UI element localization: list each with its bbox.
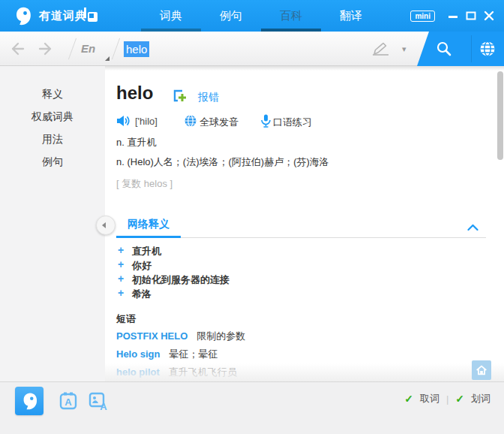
search-query-selected-text: helo <box>124 41 149 57</box>
phrase-term-link[interactable]: POSTFIX HELO <box>116 330 188 342</box>
web-definitions-section-title[interactable]: 网络释义 <box>128 218 170 231</box>
titlebar: 有道词典 词典 例句 百科 翻译 mini <box>0 0 504 32</box>
sidebar-item-usage[interactable]: 用法 <box>0 128 105 150</box>
capture-word-check-icon[interactable]: ✓ <box>404 393 413 405</box>
phrase-meaning: 直升飞机飞行员 <box>169 366 237 379</box>
app-title: 有道词典 <box>39 0 87 32</box>
web-definition-text: 希洛 <box>132 288 152 301</box>
youdao-dict-window: 有道词典 词典 例句 百科 翻译 mini <box>0 0 504 434</box>
youdao-home-button[interactable] <box>15 387 44 415</box>
back-to-top-home-button[interactable] <box>472 360 491 380</box>
global-pronunciation-globe-icon[interactable] <box>184 115 196 130</box>
phrase-meaning: 晕征；晕征 <box>170 348 218 361</box>
definition-line: n. 直升机 <box>116 136 156 149</box>
phrase-term-link[interactable]: Helo sign <box>116 348 160 360</box>
phrase-row: POSTFIX HELO 限制的参数 <box>116 330 245 343</box>
plural-form-note: [ 复数 helos ] <box>116 177 172 191</box>
divider: | <box>446 393 448 405</box>
web-definition-text: 初始化到服务器的连接 <box>132 273 230 287</box>
tab-examples[interactable]: 例句 <box>201 0 261 32</box>
tab-examples-label: 例句 <box>220 9 242 22</box>
handwriting-icon[interactable] <box>370 41 391 60</box>
search-toolbar: En helo ▾ <box>0 32 504 66</box>
phrase-row: helo pilot 直升飞机飞行员 <box>116 366 237 379</box>
letter-a-glyph: A <box>100 401 107 411</box>
wordbook-ocr-icon[interactable]: A <box>58 391 78 411</box>
minimize-button[interactable] <box>444 7 462 25</box>
web-definition-text: 你好 <box>132 259 152 273</box>
language-selector[interactable]: En <box>81 32 95 66</box>
language-label: En <box>81 42 95 55</box>
statusbar: A A ✓ 取词 | ✓ 划词 <box>0 381 504 434</box>
speaker-icon[interactable] <box>116 115 130 130</box>
close-button[interactable] <box>480 7 498 25</box>
expand-plus-icon[interactable]: + <box>118 244 124 256</box>
tab-encyclopedia[interactable]: 百科 <box>261 0 321 32</box>
divider <box>471 35 472 62</box>
sidebar-item-examples[interactable]: 例句 <box>0 150 105 173</box>
collapse-left-arrow-icon <box>102 222 106 228</box>
sidebar-collapse-handle[interactable] <box>96 215 116 235</box>
expand-plus-icon[interactable]: + <box>118 258 124 270</box>
search-button[interactable] <box>436 41 452 57</box>
status-toggles: ✓ 取词 | ✓ 划词 <box>404 392 490 405</box>
scrollbar-thumb[interactable] <box>497 71 503 160</box>
expand-plus-icon[interactable]: + <box>118 273 124 285</box>
sidebar-nav: 释义 权威词典 用法 例句 <box>0 66 105 381</box>
microphone-icon[interactable] <box>261 114 271 131</box>
web-definition-text: 直升机 <box>132 245 161 258</box>
phrase-meaning: 限制的参数 <box>196 330 245 343</box>
forward-button[interactable] <box>36 41 54 59</box>
expand-plus-icon[interactable]: + <box>118 287 124 299</box>
report-error-link[interactable]: 报错 <box>198 91 219 104</box>
tab-encyclopedia-label: 百科 <box>280 9 302 22</box>
highlight-word-check-icon[interactable]: ✓ <box>455 393 464 405</box>
phrases-section-title: 短语 <box>116 312 136 326</box>
tab-dictionary[interactable]: 词典 <box>141 0 201 32</box>
global-pronunciation-label[interactable]: 全球发音 <box>200 116 238 129</box>
language-dropdown-corner-icon <box>105 56 110 61</box>
capture-word-toggle[interactable]: 取词 <box>420 392 440 405</box>
phrase-row: Helo sign 晕征；晕征 <box>116 348 218 361</box>
definition-line: n. (Helo)人名；(法)埃洛；(阿拉伯)赫卢；(芬)海洛 <box>116 155 329 169</box>
search-button-panel <box>417 32 504 66</box>
divider <box>112 38 120 60</box>
window-controls: mini <box>410 0 498 32</box>
sidebar-item-definition[interactable]: 释义 <box>0 83 105 105</box>
search-input[interactable]: helo <box>124 32 364 66</box>
handwriting-dropdown-icon[interactable]: ▾ <box>402 32 406 66</box>
phonetic-transcription: ['hilo] <box>135 116 158 127</box>
mouse-cursor-artifact <box>84 8 100 24</box>
oral-practice-label[interactable]: 口语练习 <box>273 116 312 129</box>
tab-dictionary-label: 词典 <box>160 9 182 22</box>
tab-translate-label: 翻译 <box>340 9 362 22</box>
tab-translate[interactable]: 翻译 <box>321 0 381 32</box>
collapse-chevron-up-icon[interactable] <box>467 221 478 234</box>
highlight-word-toggle[interactable]: 划词 <box>471 392 490 405</box>
phrase-term-link[interactable]: helo pilot <box>116 366 160 378</box>
add-to-wordbook-icon[interactable] <box>172 89 188 104</box>
sidebar-item-authoritative-dict[interactable]: 权威词典 <box>0 105 105 128</box>
letter-a-glyph: A <box>64 396 72 408</box>
main-content: 释义 权威词典 用法 例句 helo 报错 ['hilo] <box>0 66 504 381</box>
headword: helo <box>116 83 153 104</box>
divider <box>68 38 76 60</box>
web-search-globe-icon[interactable] <box>479 41 496 57</box>
back-button[interactable] <box>9 41 27 59</box>
main-tabs: 词典 例句 百科 翻译 <box>141 0 381 32</box>
app-logo-icon <box>12 5 33 26</box>
section-divider-accent <box>116 236 181 238</box>
screenshot-translate-icon[interactable]: A <box>88 391 108 411</box>
maximize-button[interactable] <box>462 7 480 25</box>
mini-mode-button[interactable]: mini <box>410 11 435 22</box>
